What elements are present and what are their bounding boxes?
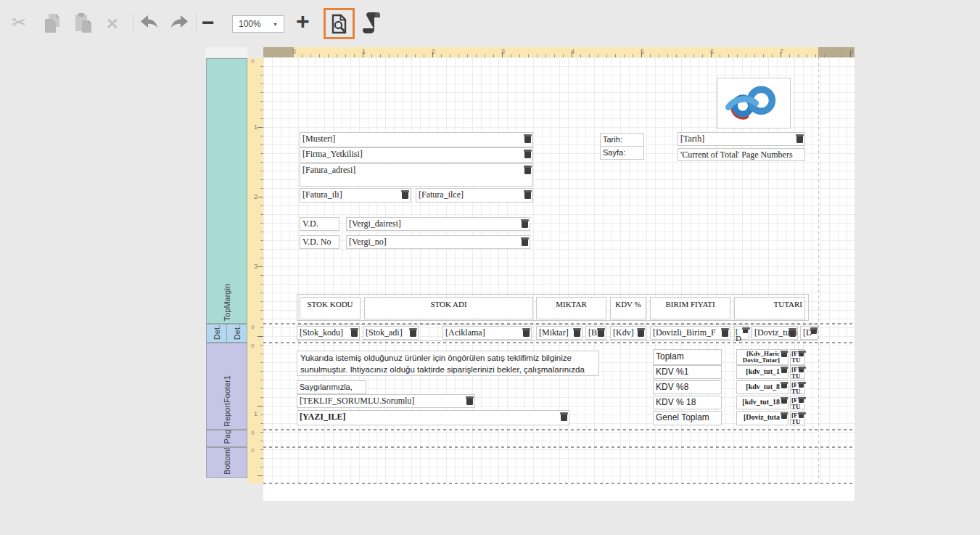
zoom-in-icon[interactable]: + <box>296 9 310 33</box>
ruler-zero: 0 <box>251 447 254 454</box>
database-field-icon <box>799 397 804 403</box>
toolbar-separator <box>196 13 197 33</box>
database-field-icon <box>781 397 787 404</box>
summary-label-genel-toplam[interactable]: Genel Toplam <box>653 411 722 425</box>
band-bottom-margin[interactable]: BottomM… <box>206 447 247 478</box>
label-tarih[interactable]: Tarih: <box>600 133 644 147</box>
field-musteri[interactable]: [Musteri] <box>300 132 533 147</box>
band-detail-outer[interactable]: Det… <box>206 324 227 343</box>
summary-value-kdv8[interactable]: [kdv_tut_8 <box>736 380 788 394</box>
summary-label-toplam[interactable]: Toplam <box>653 349 722 365</box>
preview-button-highlight <box>324 8 355 39</box>
database-field-icon <box>402 190 408 199</box>
label-sayfa[interactable]: Sayfa: <box>600 146 644 160</box>
summary-value-kdv18[interactable]: [kdv_tut_18 <box>736 396 788 409</box>
ruler-number: 0 <box>292 48 296 55</box>
ruler-number: 8 <box>849 48 853 55</box>
summary-currency[interactable]: [F TU <box>790 396 805 409</box>
field-fatura-ili[interactable]: [Fatura_ili] <box>300 188 411 203</box>
field-saygilarimizla[interactable]: Saygılarımızla, <box>297 380 366 394</box>
database-field-icon <box>722 328 728 337</box>
summary-currency[interactable]: [F TU <box>790 380 805 394</box>
band-report-footer[interactable]: ReportFooter1 <box>206 343 247 430</box>
zoom-out-icon[interactable]: − <box>202 12 215 33</box>
column-header-miktar[interactable]: MIKTAR <box>536 297 606 319</box>
label-vd[interactable]: V.D. <box>300 217 339 231</box>
paste-icon[interactable] <box>73 12 94 34</box>
field-aciklama[interactable]: [Aciklama] <box>442 326 532 340</box>
field-tutar-clipped[interactable]: [D <box>800 326 818 340</box>
database-field-icon <box>781 412 787 419</box>
field-yazi-ile[interactable]: [YAZI_ILE] <box>297 410 569 425</box>
toolbar-separator <box>133 13 133 33</box>
field-firma-yetkilisi[interactable]: [Firma_Yetkilisi] <box>300 147 533 163</box>
label-vd-no[interactable]: V.D. No <box>300 235 339 249</box>
summary-value-toplam[interactable]: [Kdv_Haric Doviz_Tutar] <box>736 349 788 365</box>
field-teklif-sorumlu[interactable]: [TEKLIF_SORUMLU.Sorumlu] <box>297 394 475 408</box>
script-icon[interactable] <box>361 12 382 35</box>
undo-icon[interactable] <box>139 15 159 33</box>
field-doviz-tutar[interactable]: [Doviz_tutar] <box>752 326 798 340</box>
database-field-icon <box>524 134 531 143</box>
summary-currency[interactable]: [F TU <box>790 365 805 379</box>
column-header-birim-fiyati[interactable]: BIRIM FIYATI <box>650 297 730 319</box>
database-field-icon <box>796 134 803 143</box>
field-stok-kodu[interactable]: [Stok_kodu] <box>297 326 360 340</box>
cut-icon[interactable]: ✂ <box>12 14 26 31</box>
database-field-icon <box>781 382 787 388</box>
field-doviz-small[interactable]: [ D <box>734 326 749 340</box>
chevron-down-icon: ▼ <box>273 22 278 27</box>
database-field-icon <box>524 150 531 158</box>
summary-currency[interactable]: [F TU <box>790 411 805 425</box>
summary-label-kdv8[interactable]: KDV %8 <box>653 380 722 394</box>
field-dovizli-birim-fiyati[interactable]: [Dovizli_Birim_F <box>650 326 730 340</box>
database-field-icon <box>743 327 748 333</box>
ruler-number: 5 <box>641 48 644 55</box>
ruler-zero: 0 <box>251 58 254 65</box>
delete-icon[interactable]: ✕ <box>106 16 119 31</box>
field-vergi-dairesi[interactable]: [Vergi_dairesi] <box>346 217 530 231</box>
redo-icon[interactable] <box>170 15 189 33</box>
column-header-kdv[interactable]: KDV % <box>610 297 646 319</box>
database-field-icon <box>598 328 604 337</box>
field-kdv[interactable]: [Kdv] <box>610 326 646 340</box>
field-tarih[interactable]: [Tarih] <box>678 132 805 146</box>
summary-currency[interactable]: [F TU <box>790 349 805 365</box>
column-header-stok-adi[interactable]: STOK ADI <box>364 297 533 319</box>
horizontal-ruler: 0 1 2 3 4 5 6 7 8 <box>263 47 855 57</box>
database-field-icon <box>781 367 787 373</box>
field-fatura-ilce[interactable]: [Fatura_ilce] <box>416 188 533 203</box>
zoom-level-select[interactable]: 100% ▼ <box>232 15 284 33</box>
field-vergi-no[interactable]: [Vergi_no] <box>346 235 530 249</box>
ruler-number: 2 <box>249 193 258 200</box>
ruler-ticks <box>258 58 263 483</box>
preview-icon[interactable] <box>330 14 348 34</box>
copy-icon[interactable] <box>42 12 62 34</box>
summary-label-kdv18[interactable]: KDV % 18 <box>653 396 722 409</box>
database-field-icon <box>522 237 528 246</box>
right-margin-line <box>818 57 819 483</box>
field-birim[interactable]: [Biri <box>585 326 606 340</box>
band-detail-inner[interactable]: Det… <box>226 324 247 343</box>
field-miktar[interactable]: [Miktar] <box>536 326 582 340</box>
database-field-icon <box>799 367 804 372</box>
summary-label-kdv1[interactable]: KDV %1 <box>653 365 722 379</box>
database-field-icon <box>799 382 804 388</box>
field-page-numbers[interactable]: 'Current of Total' Page Numbers <box>678 148 805 161</box>
band-page-footer[interactable]: Pag… <box>206 430 247 447</box>
summary-value-kdv1[interactable]: [kdv_tut_1 <box>736 365 788 379</box>
field-stok-adi[interactable]: [Stok_adi] <box>363 326 419 340</box>
ruler-number: 3 <box>501 48 505 55</box>
field-fatura-adresi[interactable]: [Fatura_adresi] <box>300 163 533 187</box>
band-top-margin[interactable]: TopMargin <box>206 58 247 324</box>
summary-value-genel-toplam[interactable]: [Doviz_tuta <box>736 411 788 425</box>
design-surface[interactable]: [Musteri] [Firma_Yetkilisi] [Fatura_adre… <box>263 57 855 501</box>
column-header-tutari[interactable]: TUTARI <box>734 297 805 319</box>
database-field-icon <box>799 351 804 356</box>
database-field-icon <box>524 190 531 199</box>
field-footer-paragraph[interactable]: Yukarıda istemiş olduğunuz ürünler için … <box>297 351 599 376</box>
ruler-zero: 0 <box>251 430 254 436</box>
logo-frame[interactable] <box>717 78 791 128</box>
band-separator <box>263 483 855 484</box>
column-header-stok-kodu[interactable]: STOK KODU <box>300 297 361 319</box>
